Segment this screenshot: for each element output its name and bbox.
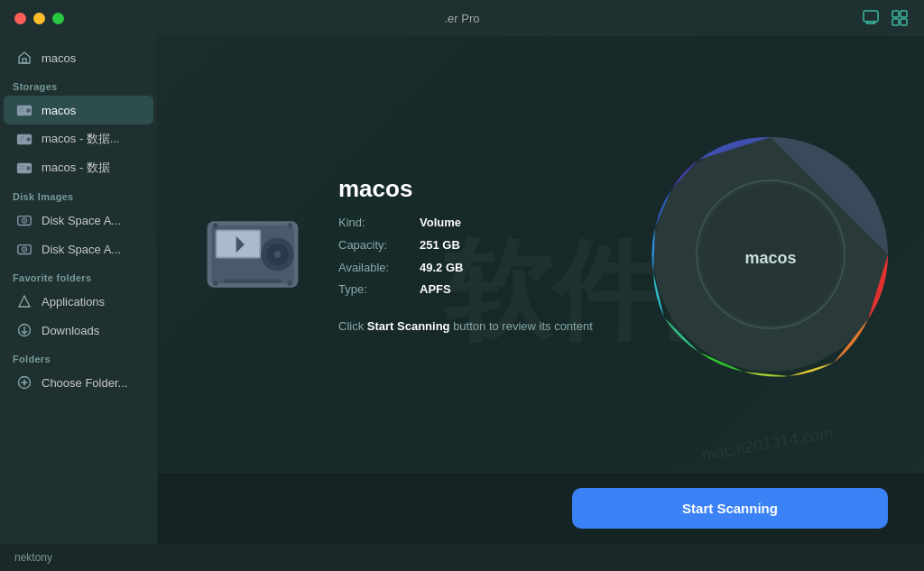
stat-kind: Kind: Volume	[338, 214, 593, 233]
hint-bold: Start Scanning	[367, 319, 450, 333]
grid-icon[interactable]	[890, 8, 910, 28]
sidebar-item-applications[interactable]: Applications	[4, 287, 153, 316]
drive-details: macos Kind: Volume Capacity: 251 GB Avai…	[338, 175, 593, 333]
svg-point-21	[23, 219, 25, 221]
minimize-button[interactable]	[33, 13, 45, 24]
content-area: 软件园 mac.it201314.com	[158, 36, 924, 544]
capacity-label: Capacity:	[338, 236, 411, 255]
sidebar-item-disk1[interactable]: Disk Space A...	[4, 206, 153, 235]
svg-rect-2	[892, 11, 899, 17]
chat-icon[interactable]	[861, 8, 881, 28]
drive-hint: Click Start Scanning button to review it…	[338, 319, 593, 333]
footer: nektony	[0, 544, 924, 571]
svg-rect-0	[864, 11, 878, 22]
hdd-icon-2	[16, 131, 32, 147]
disk-images-section-label: Disk Images	[0, 182, 157, 206]
capacity-value: 251 GB	[420, 236, 460, 255]
sidebar-item-macos-data1[interactable]: macos - 数据...	[4, 124, 153, 153]
start-scanning-button[interactable]: Start Scanning	[572, 488, 888, 529]
available-label: Available:	[338, 259, 411, 278]
sidebar-item-disk2[interactable]: Disk Space A...	[4, 235, 153, 263]
sidebar-item-macos-data1-label: macos - 数据...	[42, 131, 120, 147]
disk-image-icon-1	[16, 212, 32, 228]
bottom-bar: Start Scanning	[158, 472, 924, 544]
storages-section-label: Storages	[0, 72, 157, 96]
svg-point-39	[213, 223, 218, 228]
hdd-icon-3	[16, 160, 32, 176]
folders-section-label: Folders	[0, 345, 157, 368]
downloads-icon	[16, 322, 32, 338]
hdd-icon-1	[16, 102, 32, 118]
sidebar-item-choose-folder[interactable]: Choose Folder...	[4, 368, 153, 397]
sidebar-item-macos[interactable]: macos	[4, 96, 153, 124]
svg-rect-38	[224, 279, 282, 283]
sidebar-item-home[interactable]: macos	[4, 43, 153, 72]
sidebar: macos Storages macos macos - 数据... macos…	[0, 36, 158, 544]
sidebar-item-macos-label: macos	[42, 104, 76, 117]
donut-chart: macos	[644, 128, 897, 381]
svg-point-41	[213, 281, 218, 286]
window-title: .er Pro	[444, 12, 479, 25]
svg-rect-3	[901, 11, 907, 17]
sidebar-item-disk1-label: Disk Space A...	[42, 214, 121, 227]
titlebar-actions	[861, 8, 910, 28]
brand-label: nektony	[14, 551, 52, 564]
add-folder-icon	[16, 374, 32, 391]
main-content: macos Storages macos macos - 数据... macos…	[0, 36, 924, 544]
hint-prefix: Click	[338, 319, 367, 333]
sidebar-item-downloads-label: Downloads	[42, 324, 99, 337]
sidebar-item-disk2-label: Disk Space A...	[42, 243, 121, 256]
drive-title: macos	[338, 175, 593, 203]
svg-point-40	[288, 223, 293, 228]
detail-panel: macos Kind: Volume Capacity: 251 GB Avai…	[158, 36, 924, 472]
svg-point-24	[23, 248, 25, 250]
svg-rect-5	[901, 19, 907, 25]
hint-suffix: button to review its content	[450, 319, 593, 333]
svg-rect-4	[892, 19, 899, 25]
stat-type: Type: APFS	[338, 281, 593, 299]
traffic-lights	[14, 13, 64, 24]
maximize-button[interactable]	[52, 13, 64, 24]
type-label: Type:	[338, 281, 411, 299]
svg-point-8	[26, 108, 31, 113]
kind-value: Volume	[420, 214, 461, 233]
sidebar-item-applications-label: Applications	[42, 295, 105, 309]
svg-point-16	[26, 166, 31, 170]
close-button[interactable]	[14, 13, 26, 24]
stat-available: Available: 49.2 GB	[338, 259, 593, 278]
kind-label: Kind:	[338, 214, 411, 233]
favorite-folders-section-label: Favorite folders	[0, 263, 157, 287]
titlebar: .er Pro	[0, 0, 924, 36]
sidebar-item-macos-data2-label: macos - 数据	[42, 160, 110, 176]
drive-image	[194, 196, 311, 313]
stat-capacity: Capacity: 251 GB	[338, 236, 593, 255]
drive-info: macos Kind: Volume Capacity: 251 GB Avai…	[194, 175, 593, 333]
svg-text:macos: macos	[744, 248, 796, 266]
available-value: 49.2 GB	[420, 259, 463, 278]
sidebar-item-downloads[interactable]: Downloads	[4, 316, 153, 345]
home-icon	[16, 50, 32, 66]
sidebar-item-home-label: macos	[42, 51, 76, 65]
type-value: APFS	[420, 281, 451, 299]
disk-image-icon-2	[16, 241, 32, 257]
sidebar-item-choose-folder-label: Choose Folder...	[42, 376, 127, 390]
applications-icon	[16, 293, 32, 309]
svg-point-12	[26, 137, 31, 142]
svg-point-42	[288, 281, 293, 286]
svg-point-37	[274, 251, 281, 257]
svg-rect-6	[23, 59, 26, 63]
sidebar-item-macos-data2[interactable]: macos - 数据	[4, 153, 153, 182]
